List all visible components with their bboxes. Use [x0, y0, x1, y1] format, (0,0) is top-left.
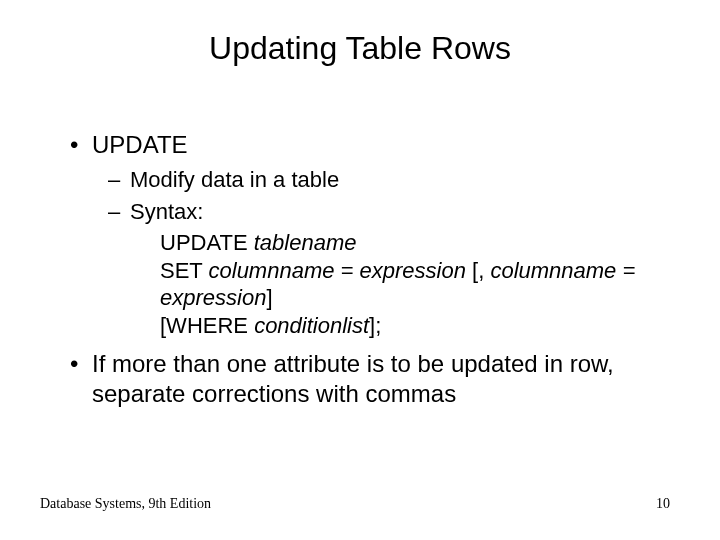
- syntax-text: [,: [466, 258, 490, 283]
- bullet-level2: Modify data in a table: [70, 166, 660, 194]
- syntax-text: ]: [266, 285, 272, 310]
- syntax-text: ];: [369, 313, 381, 338]
- bullet-text: Syntax:: [130, 199, 203, 224]
- slide-title: Updating Table Rows: [0, 30, 720, 67]
- bullet-level2: Syntax:: [70, 198, 660, 226]
- footer-left: Database Systems, 9th Edition: [40, 496, 211, 512]
- syntax-line: [WHERE conditionlist];: [160, 312, 660, 340]
- slide: Updating Table Rows UPDATE Modify data i…: [0, 0, 720, 540]
- bullet-text: Modify data in a table: [130, 167, 339, 192]
- footer-page-number: 10: [656, 496, 670, 512]
- syntax-block: UPDATE tablename SET columnname = expres…: [70, 229, 660, 339]
- slide-body: UPDATE Modify data in a table Syntax: UP…: [70, 130, 660, 415]
- bullet-level1: UPDATE: [70, 130, 660, 160]
- syntax-italic: tablename: [254, 230, 357, 255]
- syntax-italic: columnname = expression: [209, 258, 466, 283]
- syntax-line: UPDATE tablename: [160, 229, 660, 257]
- syntax-text: SET: [160, 258, 209, 283]
- syntax-text: UPDATE: [160, 230, 254, 255]
- bullet-text: UPDATE: [92, 131, 188, 158]
- bullet-level1: If more than one attribute is to be upda…: [70, 349, 660, 409]
- syntax-italic: conditionlist: [254, 313, 369, 338]
- syntax-line: SET columnname = expression [, columnnam…: [160, 257, 660, 312]
- bullet-text: If more than one attribute is to be upda…: [92, 350, 614, 407]
- syntax-text: [WHERE: [160, 313, 254, 338]
